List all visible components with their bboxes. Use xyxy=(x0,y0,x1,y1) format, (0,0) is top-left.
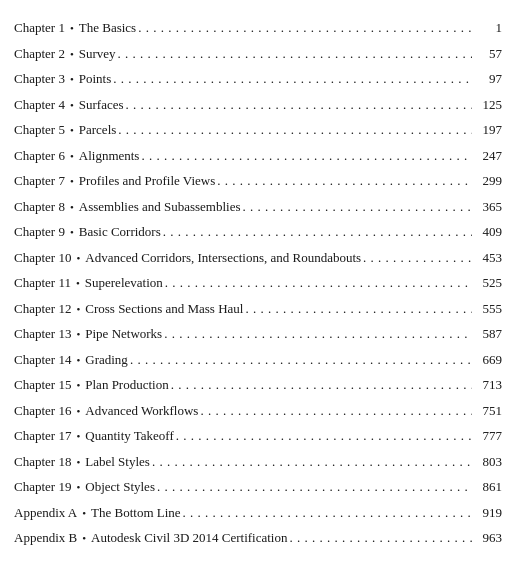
chapter-prefix: Chapter 15 xyxy=(14,375,71,395)
dot-leader xyxy=(217,171,472,191)
toc-row[interactable]: Chapter 6•Alignments247 xyxy=(14,146,502,166)
bullet-icon: • xyxy=(70,20,74,37)
toc-left-side: Chapter 9•Basic Corridors xyxy=(14,222,161,242)
page-number: 861 xyxy=(474,477,502,497)
page-number: 453 xyxy=(474,248,502,268)
bullet-icon: • xyxy=(82,530,86,547)
dot-leader xyxy=(157,477,472,497)
toc-row[interactable]: Chapter 2•Survey57 xyxy=(14,44,502,64)
bullet-icon: • xyxy=(76,454,80,471)
toc-row[interactable]: Chapter 8•Assemblies and Subassemblies36… xyxy=(14,197,502,217)
page-number: 125 xyxy=(474,95,502,115)
toc-left-side: Chapter 6•Alignments xyxy=(14,146,139,166)
toc-left-side: Chapter 17•Quantity Takeoff xyxy=(14,426,174,446)
table-of-contents: Chapter 1•The Basics1Chapter 2•Survey57C… xyxy=(14,18,502,548)
bullet-icon: • xyxy=(76,377,80,394)
chapter-prefix: Chapter 4 xyxy=(14,95,65,115)
page-number: 713 xyxy=(474,375,502,395)
toc-left-side: Chapter 10•Advanced Corridors, Intersect… xyxy=(14,248,361,268)
dot-leader xyxy=(118,120,472,140)
page-number: 57 xyxy=(474,44,502,64)
toc-row[interactable]: Chapter 1•The Basics1 xyxy=(14,18,502,38)
page-number: 197 xyxy=(474,120,502,140)
bullet-icon: • xyxy=(82,505,86,522)
toc-left-side: Chapter 18•Label Styles xyxy=(14,452,150,472)
page-number: 555 xyxy=(474,299,502,319)
dot-leader xyxy=(363,248,472,268)
chapter-title: Profiles and Profile Views xyxy=(79,171,216,191)
bullet-icon: • xyxy=(70,224,74,241)
chapter-title: Advanced Workflows xyxy=(85,401,198,421)
chapter-prefix: Chapter 14 xyxy=(14,350,71,370)
bullet-icon: • xyxy=(76,275,80,292)
chapter-prefix: Chapter 18 xyxy=(14,452,71,472)
toc-left-side: Chapter 19•Object Styles xyxy=(14,477,155,497)
toc-left-side: Chapter 13•Pipe Networks xyxy=(14,324,162,344)
dot-leader xyxy=(289,528,472,548)
chapter-title: Quantity Takeoff xyxy=(85,426,174,446)
bullet-icon: • xyxy=(70,122,74,139)
toc-row[interactable]: Chapter 12•Cross Sections and Mass Haul5… xyxy=(14,299,502,319)
dot-leader xyxy=(171,375,472,395)
chapter-title: The Basics xyxy=(79,18,136,38)
chapter-prefix: Appendix B xyxy=(14,528,77,548)
bullet-icon: • xyxy=(70,71,74,88)
dot-leader xyxy=(138,18,472,38)
chapter-title: The Bottom Line xyxy=(91,503,181,523)
toc-left-side: Chapter 8•Assemblies and Subassemblies xyxy=(14,197,241,217)
toc-left-side: Chapter 15•Plan Production xyxy=(14,375,169,395)
toc-row[interactable]: Chapter 3•Points97 xyxy=(14,69,502,89)
toc-left-side: Chapter 16•Advanced Workflows xyxy=(14,401,198,421)
chapter-title: Alignments xyxy=(79,146,140,166)
chapter-prefix: Chapter 5 xyxy=(14,120,65,140)
chapter-title: Plan Production xyxy=(85,375,168,395)
toc-row[interactable]: Chapter 15•Plan Production713 xyxy=(14,375,502,395)
page-number: 803 xyxy=(474,452,502,472)
bullet-icon: • xyxy=(76,479,80,496)
chapter-prefix: Chapter 13 xyxy=(14,324,71,344)
chapter-title: Pipe Networks xyxy=(85,324,162,344)
dot-leader xyxy=(130,350,472,370)
toc-row[interactable]: Appendix B•Autodesk Civil 3D 2014 Certif… xyxy=(14,528,502,548)
toc-row[interactable]: Chapter 16•Advanced Workflows751 xyxy=(14,401,502,421)
toc-row[interactable]: Chapter 9•Basic Corridors409 xyxy=(14,222,502,242)
toc-left-side: Chapter 11•Superelevation xyxy=(14,273,163,293)
page-number: 299 xyxy=(474,171,502,191)
page-number: 247 xyxy=(474,146,502,166)
toc-row[interactable]: Chapter 4•Surfaces125 xyxy=(14,95,502,115)
dot-leader xyxy=(243,197,472,217)
dot-leader xyxy=(113,69,472,89)
chapter-title: Surfaces xyxy=(79,95,124,115)
toc-row[interactable]: Chapter 7•Profiles and Profile Views299 xyxy=(14,171,502,191)
bullet-icon: • xyxy=(76,326,80,343)
toc-left-side: Chapter 2•Survey xyxy=(14,44,116,64)
toc-row[interactable]: Appendix A•The Bottom Line919 xyxy=(14,503,502,523)
toc-row[interactable]: Chapter 14•Grading669 xyxy=(14,350,502,370)
toc-row[interactable]: Chapter 11•Superelevation525 xyxy=(14,273,502,293)
bullet-icon: • xyxy=(70,173,74,190)
dot-leader xyxy=(165,273,472,293)
bullet-icon: • xyxy=(76,403,80,420)
dot-leader xyxy=(141,146,472,166)
toc-row[interactable]: Chapter 13•Pipe Networks587 xyxy=(14,324,502,344)
bullet-icon: • xyxy=(70,199,74,216)
chapter-title: Cross Sections and Mass Haul xyxy=(85,299,243,319)
chapter-title: Basic Corridors xyxy=(79,222,161,242)
chapter-title: Grading xyxy=(85,350,128,370)
toc-row[interactable]: Chapter 5•Parcels197 xyxy=(14,120,502,140)
toc-row[interactable]: Chapter 17•Quantity Takeoff777 xyxy=(14,426,502,446)
toc-left-side: Appendix A•The Bottom Line xyxy=(14,503,181,523)
toc-left-side: Chapter 14•Grading xyxy=(14,350,128,370)
chapter-prefix: Chapter 7 xyxy=(14,171,65,191)
toc-row[interactable]: Chapter 18•Label Styles803 xyxy=(14,452,502,472)
dot-leader xyxy=(245,299,472,319)
dot-leader xyxy=(152,452,472,472)
toc-left-side: Chapter 3•Points xyxy=(14,69,111,89)
toc-row[interactable]: Chapter 19•Object Styles861 xyxy=(14,477,502,497)
page-number: 919 xyxy=(474,503,502,523)
toc-left-side: Appendix B•Autodesk Civil 3D 2014 Certif… xyxy=(14,528,287,548)
chapter-prefix: Chapter 17 xyxy=(14,426,71,446)
toc-row[interactable]: Chapter 10•Advanced Corridors, Intersect… xyxy=(14,248,502,268)
chapter-prefix: Chapter 16 xyxy=(14,401,71,421)
page-number: 1 xyxy=(474,18,502,38)
